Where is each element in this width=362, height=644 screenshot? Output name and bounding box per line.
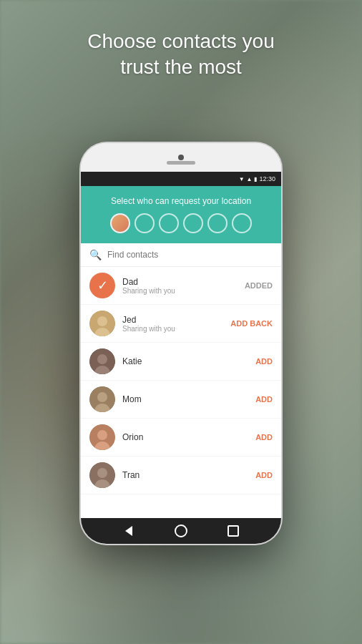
battery-icon: ▮ — [254, 176, 257, 182]
avatar-face-tran — [89, 462, 115, 488]
status-icons: ▼ ▲ ▮ 12:30 — [239, 175, 275, 182]
back-button[interactable] — [120, 522, 137, 540]
avatar-face-jed — [89, 311, 115, 336]
svg-point-7 — [97, 392, 107, 402]
avatar-slot-5 — [207, 213, 228, 233]
avatar-face-orion — [89, 424, 115, 450]
contact-name: Katie — [122, 356, 248, 366]
contact-info-katie: Katie — [122, 356, 248, 366]
recents-icon — [228, 525, 239, 537]
contact-item-dad: ✓DadSharing with youADDED — [81, 267, 281, 305]
back-icon — [125, 526, 132, 536]
contact-sub: Sharing with you — [122, 287, 238, 295]
recents-button[interactable] — [225, 522, 242, 540]
contact-name: Mom — [122, 394, 248, 404]
page-heading: Choose contacts you trust the most — [0, 29, 362, 81]
contact-name: Jed — [122, 315, 223, 325]
contact-sub: Sharing with you — [122, 325, 223, 333]
app-header: Select who can request your location — [81, 186, 281, 243]
phone-screen: ▼ ▲ ▮ 12:30 Select who can request your … — [81, 172, 281, 518]
contact-info-orion: Orion — [122, 432, 248, 442]
signal-icon: ▲ — [247, 176, 253, 182]
avatar-row — [89, 213, 273, 233]
contact-action-dad: ADDED — [245, 281, 273, 290]
status-bar: ▼ ▲ ▮ 12:30 — [81, 172, 281, 186]
contact-item-katie: KatieADD — [81, 343, 281, 381]
home-button[interactable] — [172, 522, 190, 540]
search-icon: 🔍 — [89, 249, 102, 260]
contact-info-jed: JedSharing with you — [122, 315, 223, 333]
contact-item-mom: MomADD — [81, 381, 281, 419]
contact-name: Tran — [122, 470, 248, 480]
avatar-face-mom — [89, 386, 115, 412]
contact-avatar-jed — [89, 311, 115, 336]
nav-bar — [81, 518, 281, 544]
contact-action-mom[interactable]: ADD — [255, 395, 273, 404]
contact-info-mom: Mom — [122, 394, 248, 404]
contact-item-tran: TranADD — [81, 457, 281, 494]
contact-avatar-orion — [89, 424, 115, 450]
contact-name: Dad — [122, 277, 238, 287]
search-input[interactable] — [107, 250, 273, 260]
contact-info-tran: Tran — [122, 470, 248, 480]
avatar-slot-2 — [134, 213, 155, 233]
avatar-img-1 — [112, 215, 129, 232]
contact-avatar-tran — [89, 462, 115, 488]
speaker-icon — [167, 161, 195, 165]
contact-action-tran[interactable]: ADD — [255, 471, 273, 479]
status-time: 12:30 — [259, 175, 275, 182]
checkmark-icon: ✓ — [97, 278, 108, 293]
phone-frame: ▼ ▲ ▮ 12:30 Select who can request your … — [81, 143, 281, 544]
header-title: Select who can request your location — [89, 196, 273, 206]
avatar-slot-1 — [110, 213, 130, 233]
contact-action-jed[interactable]: ADD BACK — [230, 319, 273, 328]
wifi-icon: ▼ — [239, 176, 245, 182]
contact-action-orion[interactable]: ADD — [255, 433, 273, 441]
contact-item-jed: JedSharing with youADD BACK — [81, 305, 281, 343]
contact-item-orion: OrionADD — [81, 419, 281, 457]
avatar-slot-3 — [159, 213, 179, 233]
phone-top-bezel — [81, 143, 281, 172]
svg-point-1 — [97, 316, 107, 326]
heading-line2: trust the most — [120, 56, 242, 78]
avatar-face-katie — [89, 348, 115, 374]
camera-icon — [178, 155, 184, 160]
heading-line1: Choose contacts you — [87, 30, 275, 52]
contact-avatar-katie — [89, 348, 115, 374]
contact-name: Orion — [122, 432, 248, 442]
contact-list: ✓DadSharing with youADDED JedSharing wit… — [81, 267, 281, 518]
search-bar: 🔍 — [81, 243, 281, 267]
contact-action-katie[interactable]: ADD — [255, 357, 273, 366]
home-icon — [175, 525, 187, 537]
contact-avatar-mom — [89, 386, 115, 412]
avatar-slot-4 — [183, 213, 203, 233]
contact-avatar-dad: ✓ — [89, 273, 115, 298]
avatar-slot-6 — [232, 213, 252, 233]
svg-point-10 — [97, 430, 107, 440]
svg-point-4 — [97, 354, 107, 364]
contact-info-dad: DadSharing with you — [122, 277, 238, 295]
svg-point-13 — [97, 468, 107, 478]
